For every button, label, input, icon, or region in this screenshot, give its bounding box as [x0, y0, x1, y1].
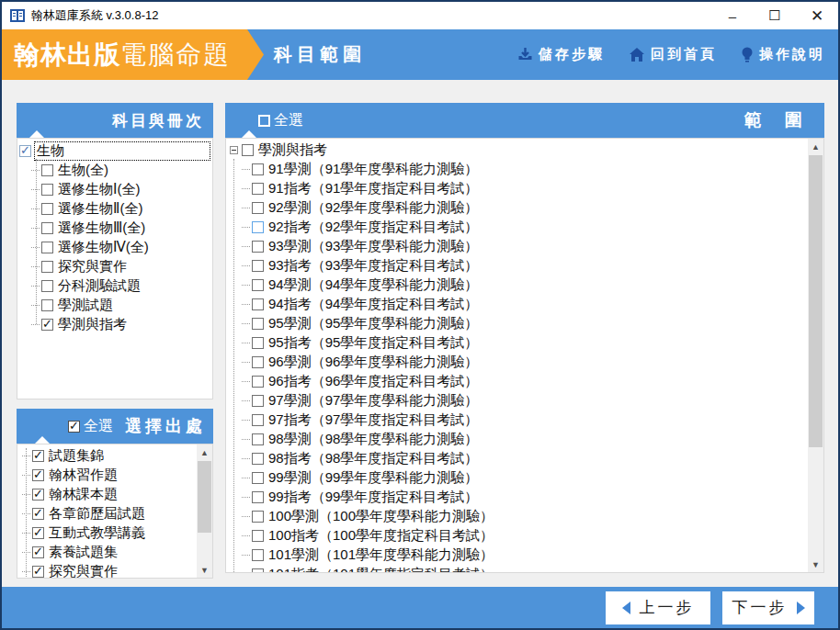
source-item[interactable]: 探究與實作 [17, 562, 197, 579]
scope-scrollbar[interactable]: ▲ ▼ [808, 139, 823, 572]
checkbox[interactable] [32, 546, 44, 558]
checkbox[interactable] [41, 261, 53, 273]
scope-item[interactable]: 91指考（91學年度指定科目考試） [226, 179, 808, 198]
scope-root-item[interactable]: 學測與指考 [226, 141, 808, 160]
checkbox[interactable] [252, 260, 264, 272]
checkbox[interactable] [41, 319, 53, 331]
checkbox[interactable] [41, 203, 53, 215]
checkbox[interactable] [252, 376, 264, 388]
scope-item[interactable]: 96學測（96學年度學科能力測驗） [226, 353, 808, 372]
checkbox[interactable] [252, 414, 264, 426]
checkbox[interactable] [252, 491, 264, 503]
subject-item[interactable]: 選修生物Ⅳ(全) [17, 238, 212, 257]
checkbox[interactable] [41, 280, 53, 292]
prev-step-button[interactable]: 上一步 [606, 591, 710, 624]
subject-item[interactable]: 選修生物Ⅱ(全) [17, 199, 212, 219]
home-button[interactable]: 回到首頁 [629, 46, 717, 63]
scope-item[interactable]: 97學測（97學年度學科能力測驗） [226, 391, 808, 411]
scope-item[interactable]: 92學測（92學年度學科能力測驗） [226, 198, 808, 218]
checkbox[interactable] [252, 530, 264, 542]
subject-item[interactable]: 選修生物Ⅲ(全) [17, 219, 212, 238]
source-item[interactable]: 各章節歷屆試題 [17, 504, 197, 523]
checkbox[interactable] [252, 221, 264, 233]
help-button[interactable]: 操作說明 [741, 46, 825, 63]
checkbox[interactable] [41, 222, 53, 234]
source-item[interactable]: 翰林習作題 [17, 466, 197, 485]
scroll-up-icon[interactable]: ▲ [808, 139, 823, 154]
next-step-button[interactable]: 下一步 [722, 591, 814, 624]
checkbox[interactable] [242, 144, 254, 156]
scope-item[interactable]: 99指考（99學年度指定科目考試） [226, 488, 808, 507]
scope-item[interactable]: 93指考（93學年度指定科目考試） [226, 256, 808, 276]
checkbox[interactable] [252, 202, 264, 214]
subject-item[interactable]: 學測與指考 [17, 315, 212, 334]
scope-item[interactable]: 95指考（95學年度指定科目考試） [226, 333, 808, 353]
source-item[interactable]: 翰林課本題 [17, 485, 197, 504]
select-all-scope-checkbox[interactable] [258, 115, 270, 127]
subject-item[interactable]: 探究與實作 [17, 257, 212, 276]
scope-item[interactable]: 95學測（95學年度學科能力測驗） [226, 314, 808, 333]
checkbox[interactable] [252, 472, 264, 484]
scroll-down-icon[interactable]: ▼ [808, 557, 823, 572]
maximize-button[interactable]: ☐ [754, 2, 796, 29]
checkbox[interactable] [252, 241, 264, 253]
checkbox[interactable] [32, 508, 44, 520]
scope-item[interactable]: 97指考（97學年度指定科目考試） [226, 411, 808, 430]
checkbox[interactable] [252, 183, 264, 195]
scope-item[interactable]: 93學測（93學年度學科能力測驗） [226, 237, 808, 256]
scope-item[interactable]: 100學測（100學年度學科能力測驗） [226, 507, 808, 526]
item-label: 97學測（97學年度學科能力測驗） [267, 392, 480, 410]
scope-item[interactable]: 92指考（92學年度指定科目考試） [226, 218, 808, 237]
scope-item[interactable]: 94學測（94學年度學科能力測驗） [226, 276, 808, 295]
checkbox[interactable] [252, 549, 264, 561]
scope-item[interactable]: 96指考（96學年度指定科目考試） [226, 372, 808, 391]
checkbox[interactable] [41, 242, 53, 253]
scope-item[interactable]: 99學測（99學年度學科能力測驗） [226, 468, 808, 488]
scope-item[interactable]: 101學測（101學年度學科能力測驗） [226, 546, 808, 565]
checkbox[interactable] [41, 164, 53, 176]
checkbox[interactable] [41, 299, 53, 311]
checkbox[interactable] [252, 356, 264, 368]
select-all-sources-checkbox[interactable] [68, 421, 80, 433]
scope-item[interactable]: 98學測（98學年度學科能力測驗） [226, 430, 808, 449]
sources-scrollbar[interactable]: ▲ ▼ [197, 444, 212, 578]
subject-item[interactable]: 學測試題 [17, 296, 212, 315]
minimize-button[interactable]: – [711, 2, 754, 29]
checkbox[interactable] [252, 298, 264, 310]
checkbox[interactable] [32, 450, 44, 462]
subject-item[interactable]: 生物(全) [17, 161, 212, 180]
subject-item[interactable]: 分科測驗試題 [17, 276, 212, 296]
source-item[interactable]: 素養試題集 [17, 543, 197, 562]
scrollbar-thumb[interactable] [198, 461, 211, 533]
scroll-up-icon[interactable]: ▲ [197, 444, 212, 460]
checkbox[interactable] [252, 395, 264, 407]
checkbox[interactable] [41, 184, 53, 196]
checkbox[interactable] [252, 433, 264, 445]
checkbox[interactable] [32, 527, 44, 539]
checkbox[interactable] [32, 469, 44, 481]
close-button[interactable]: ✕ [796, 2, 838, 29]
scroll-down-icon[interactable]: ▼ [197, 562, 212, 578]
subject-item[interactable]: 選修生物Ⅰ(全) [17, 180, 212, 199]
checkbox[interactable] [252, 453, 264, 465]
checkbox[interactable] [252, 163, 264, 175]
scrollbar-thumb[interactable] [809, 155, 823, 447]
checkbox[interactable] [252, 511, 264, 523]
scope-item[interactable]: 94指考（94學年度指定科目考試） [226, 295, 808, 314]
source-item[interactable]: 互動式教學講義 [17, 523, 197, 543]
scope-item[interactable]: 101指考（101學年度指定科目考試） [226, 565, 808, 573]
source-item[interactable]: 試題集錦 [17, 446, 197, 466]
checkbox[interactable] [252, 318, 264, 330]
scope-item[interactable]: 91學測（91學年度學科能力測驗） [226, 160, 808, 179]
save-steps-button[interactable]: 儲存步驟 [517, 46, 605, 63]
collapse-icon[interactable] [230, 146, 238, 154]
subject-root-item[interactable]: 生物 [17, 141, 212, 161]
checkbox[interactable] [19, 145, 31, 157]
checkbox[interactable] [252, 279, 264, 291]
checkbox[interactable] [252, 337, 264, 349]
scope-item[interactable]: 98指考（98學年度指定科目考試） [226, 449, 808, 468]
scope-item[interactable]: 100指考（100學年度指定科目考試） [226, 526, 808, 546]
checkbox[interactable] [32, 566, 44, 578]
checkbox[interactable] [32, 489, 44, 501]
checkbox[interactable] [252, 568, 264, 573]
